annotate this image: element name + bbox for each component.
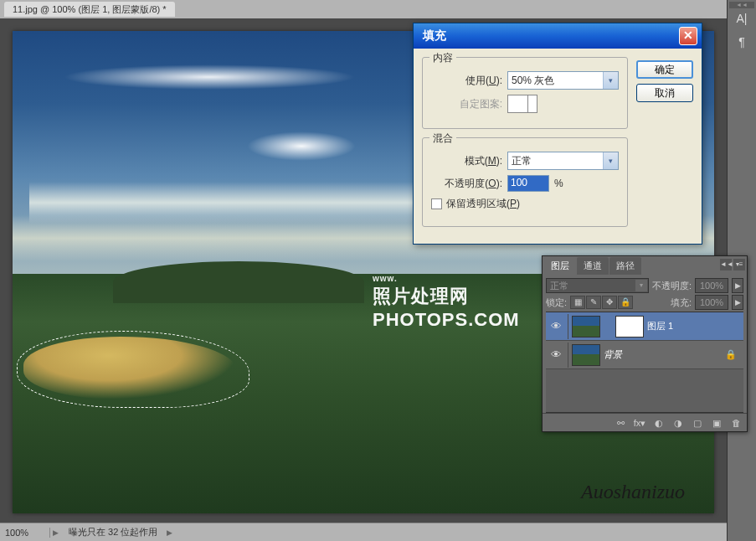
lock-icons: ▦ ✎ ✥ 🔒 bbox=[570, 296, 633, 309]
opacity-label: 不透明度: bbox=[652, 280, 692, 292]
new-layer-icon[interactable]: ▣ bbox=[707, 415, 726, 430]
dialog-right-column: 确定 取消 bbox=[636, 57, 693, 235]
watermark-www: www. bbox=[373, 274, 398, 283]
pattern-swatch bbox=[507, 95, 537, 113]
mode-select[interactable]: 正常 ▾ bbox=[507, 152, 619, 170]
lock-indicator-icon: 🔒 bbox=[725, 349, 742, 360]
layer-row[interactable]: 👁 背景 🔒 bbox=[546, 341, 743, 369]
layers-list: 👁 图层 1 👁 背景 🔒 bbox=[546, 312, 743, 413]
opacity-unit: % bbox=[554, 178, 563, 189]
fill-label: 填充: bbox=[671, 296, 692, 309]
collapse-arrow-icon[interactable]: ◄◄ bbox=[729, 2, 754, 8]
paragraph-panel-icon[interactable]: ¶ bbox=[728, 30, 756, 54]
layer-style-icon[interactable]: fx▾ bbox=[630, 415, 649, 430]
layer-thumbnail[interactable] bbox=[572, 344, 600, 366]
fill-arrow[interactable]: ▶ bbox=[732, 295, 743, 310]
dialog-body: 内容 使用(U): 50% 灰色 ▾ 自定图案: 混合 模式(M): bbox=[414, 49, 702, 244]
use-select[interactable]: 50% 灰色 ▾ bbox=[507, 71, 619, 90]
fill-value[interactable]: 100% bbox=[695, 295, 728, 310]
layer-thumbnail[interactable] bbox=[572, 316, 600, 337]
hill bbox=[113, 261, 364, 303]
chevron-down-icon: ▾ bbox=[635, 280, 647, 291]
lock-pixels-icon[interactable]: ✎ bbox=[586, 296, 601, 309]
lock-transparent-icon[interactable]: ▦ bbox=[570, 296, 585, 309]
character-panel-icon[interactable]: A| bbox=[728, 7, 756, 30]
opacity-input[interactable]: 100 bbox=[507, 175, 549, 192]
lock-position-icon[interactable]: ✥ bbox=[602, 296, 617, 309]
blend-fieldset: 混合 模式(M): 正常 ▾ 不透明度(O): 100 % 保留透明区域(P) bbox=[422, 137, 628, 227]
dialog-left-column: 内容 使用(U): 50% 灰色 ▾ 自定图案: 混合 模式(M): bbox=[422, 57, 628, 235]
pattern-label: 自定图案: bbox=[431, 97, 502, 111]
opacity-row: 不透明度(O): 100 % bbox=[431, 175, 619, 192]
preserve-checkbox[interactable] bbox=[431, 198, 442, 209]
use-label: 使用(U): bbox=[431, 74, 502, 88]
mode-label: 模式(M): bbox=[431, 154, 502, 168]
watermark-site: 照片处理网PHOTOPS.COM bbox=[373, 284, 520, 331]
content-fieldset: 内容 使用(U): 50% 灰色 ▾ 自定图案: bbox=[422, 57, 628, 129]
dialog-title-bar[interactable]: 填充 ✕ bbox=[414, 23, 702, 49]
layer-name[interactable]: 背景 bbox=[604, 348, 722, 361]
status-arrow-icon[interactable]: ▶ bbox=[50, 528, 62, 537]
blend-mode-select[interactable]: 正常 ▾ bbox=[546, 278, 649, 293]
visibility-eye-icon[interactable]: 👁 bbox=[548, 348, 564, 361]
status-info: 曝光只在 32 位起作用 bbox=[62, 526, 164, 538]
mask-thumbnail[interactable] bbox=[615, 316, 644, 337]
chevron-down-icon: ▾ bbox=[603, 72, 618, 89]
document-tab-bar: 11.jpg @ 100% (图层 1, 图层蒙版/8) * bbox=[0, 0, 756, 18]
layers-empty-area[interactable] bbox=[546, 369, 743, 413]
panel-body: 正常 ▾ 不透明度: 100% ▶ 锁定: ▦ ✎ ✥ 🔒 填充: 100% ▶… bbox=[543, 275, 747, 413]
fill-dialog: 填充 ✕ 内容 使用(U): 50% 灰色 ▾ 自定图案: 混合 bbox=[413, 23, 702, 245]
pattern-row: 自定图案: bbox=[431, 95, 619, 113]
use-row: 使用(U): 50% 灰色 ▾ bbox=[431, 71, 619, 90]
lock-row: 锁定: ▦ ✎ ✥ 🔒 填充: 100% ▶ bbox=[546, 295, 743, 310]
tab-channels[interactable]: 通道 bbox=[577, 257, 609, 275]
status-bar: 100% ▶ 曝光只在 32 位起作用 ▶ bbox=[0, 523, 727, 541]
cancel-button[interactable]: 取消 bbox=[636, 84, 693, 102]
document-tab[interactable]: 11.jpg @ 100% (图层 1, 图层蒙版/8) * bbox=[4, 2, 175, 17]
panel-menu: ◄◄ ▾≡ bbox=[720, 259, 745, 270]
panel-tabs: 图层 通道 路径 ◄◄ ▾≡ bbox=[543, 256, 747, 275]
delete-layer-icon[interactable]: 🗑 bbox=[727, 415, 745, 430]
lock-label: 锁定: bbox=[546, 296, 567, 309]
panel-footer: ⚯ fx▾ ◐ ◑ ▢ ▣ 🗑 bbox=[543, 413, 747, 431]
layer-row[interactable]: 👁 图层 1 bbox=[546, 312, 743, 341]
link-layers-icon[interactable]: ⚯ bbox=[611, 415, 630, 430]
blend-mode-row: 正常 ▾ 不透明度: 100% ▶ bbox=[546, 278, 743, 293]
content-legend: 内容 bbox=[429, 51, 456, 65]
panel-menu-icon[interactable]: ▾≡ bbox=[733, 259, 745, 270]
status-arrow-icon[interactable]: ▶ bbox=[164, 528, 176, 537]
opacity-value[interactable]: 100% bbox=[695, 278, 728, 293]
signature-text: Auoshanizuo bbox=[581, 481, 685, 503]
close-button[interactable]: ✕ bbox=[679, 27, 697, 45]
layer-name[interactable]: 图层 1 bbox=[647, 320, 742, 332]
tab-paths[interactable]: 路径 bbox=[609, 257, 641, 275]
adjustment-layer-icon[interactable]: ◑ bbox=[669, 415, 687, 430]
cloud bbox=[247, 131, 356, 161]
marquee-selection[interactable] bbox=[17, 331, 249, 408]
tab-layers[interactable]: 图层 bbox=[544, 257, 576, 275]
chevron-down-icon: ▾ bbox=[603, 152, 618, 169]
lock-all-icon[interactable]: 🔒 bbox=[618, 296, 633, 309]
cloud bbox=[63, 64, 356, 90]
zoom-level[interactable]: 100% bbox=[0, 528, 50, 538]
dialog-title: 填充 bbox=[418, 28, 679, 44]
blend-legend: 混合 bbox=[429, 131, 456, 146]
panel-collapse-icon[interactable]: ◄◄ bbox=[720, 259, 732, 270]
mode-row: 模式(M): 正常 ▾ bbox=[431, 152, 619, 170]
preserve-label: 保留透明区域(P) bbox=[446, 197, 520, 211]
layer-mask-icon[interactable]: ◐ bbox=[650, 415, 668, 430]
opacity-arrow[interactable]: ▶ bbox=[732, 278, 743, 293]
layers-panel: 图层 通道 路径 ◄◄ ▾≡ 正常 ▾ 不透明度: 100% ▶ 锁定: ▦ ✎… bbox=[542, 255, 748, 432]
ok-button[interactable]: 确定 bbox=[636, 60, 693, 79]
new-group-icon[interactable]: ▢ bbox=[688, 415, 707, 430]
opacity-label: 不透明度(O): bbox=[431, 177, 502, 191]
visibility-eye-icon[interactable]: 👁 bbox=[548, 320, 564, 332]
preserve-row: 保留透明区域(P) bbox=[431, 197, 619, 211]
